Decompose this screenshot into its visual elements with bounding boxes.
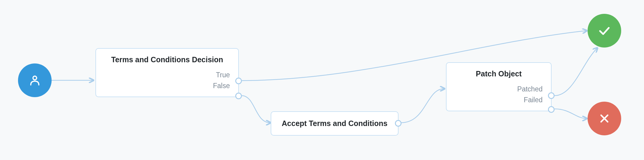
edge-failed-to-fail (555, 109, 586, 118)
accept-title: Accept Terms and Conditions (281, 119, 388, 128)
decision-port-true[interactable] (235, 78, 242, 84)
person-icon (28, 73, 42, 87)
decision-port-false[interactable] (235, 93, 242, 99)
workflow-canvas: Terms and Conditions Decision True False… (0, 0, 644, 160)
start-node[interactable] (18, 63, 52, 97)
decision-output-false-label: False (213, 82, 230, 90)
fail-node[interactable] (588, 102, 621, 135)
decision-node[interactable]: Terms and Conditions Decision True False (95, 48, 239, 97)
decision-output-true-label: True (216, 71, 230, 79)
patch-port-failed[interactable] (548, 106, 555, 113)
decision-title: Terms and Conditions Decision (104, 55, 230, 64)
patch-output-patched-row: Patched (454, 84, 543, 94)
check-icon (597, 23, 612, 38)
patch-output-failed-row: Failed (454, 94, 543, 105)
edge-patched-to-success (555, 48, 597, 96)
edge-accept-to-patch (401, 89, 444, 123)
success-node[interactable] (588, 14, 621, 48)
accept-node[interactable]: Accept Terms and Conditions (271, 111, 399, 136)
x-icon (598, 112, 611, 125)
patch-node[interactable]: Patch Object Patched Failed (446, 62, 552, 111)
patch-title: Patch Object (454, 69, 543, 78)
patch-output-failed-label: Failed (524, 96, 543, 104)
decision-output-false-row: False (104, 80, 230, 91)
decision-output-true-row: True (104, 69, 230, 80)
svg-point-0 (33, 76, 37, 80)
edge-false-to-accept (242, 96, 270, 123)
accept-port-out[interactable] (395, 120, 402, 127)
patch-output-patched-label: Patched (517, 85, 543, 93)
patch-port-patched[interactable] (548, 92, 555, 99)
